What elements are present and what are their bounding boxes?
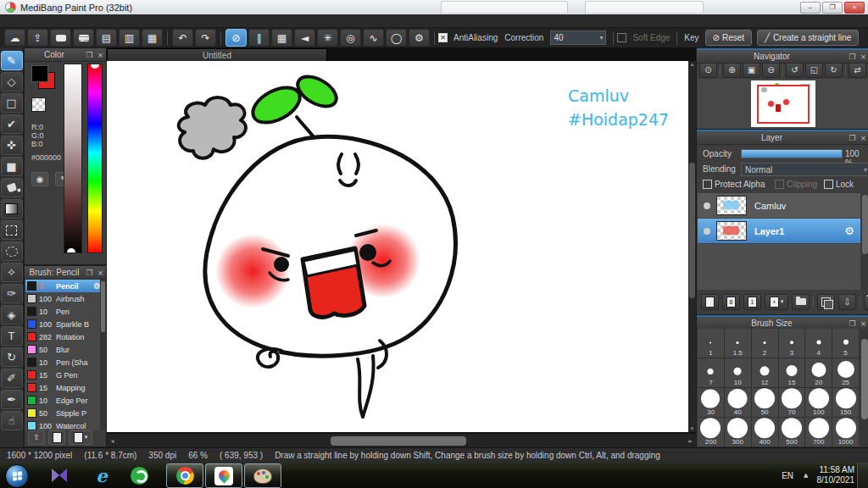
blending-dropdown[interactable]: Normal ▾ [741,163,868,176]
taskbar-medibang-button[interactable] [205,463,242,488]
snap-off-icon[interactable]: ⊘ [225,29,247,47]
popout-icon[interactable]: ❐ [847,134,858,142]
figure-tool[interactable]: □ [1,93,23,113]
brush-options-icon[interactable]: ▾ [69,430,92,445]
snap-settings-gear-icon[interactable]: ⚙ [409,29,430,47]
text-tool[interactable]: T [1,326,23,346]
move-tool[interactable]: ✜ [1,136,23,155]
show-desktop-button[interactable] [857,463,868,488]
close-icon[interactable]: × [95,269,106,277]
brush-size-cell[interactable]: 300 [725,418,752,447]
duplicate-layer-icon[interactable] [817,294,835,310]
layer-folder-icon[interactable] [792,294,810,310]
flip-view-icon[interactable]: ⇄ [849,63,866,78]
brush-size-scrollbar[interactable] [860,329,868,448]
delete-layer-icon[interactable] [864,294,868,310]
add-1bit-layer-icon[interactable]: 1 [743,294,761,310]
redo-icon[interactable]: ↷ [195,29,216,47]
protect-alpha-checkbox[interactable]: Protect Alpha [703,180,765,189]
brush-size-cell[interactable]: 50 [752,388,779,418]
transparent-color-swatch[interactable] [31,97,46,112]
brush-size-cell[interactable]: 500 [779,418,806,447]
eyedropper-tool[interactable]: ✐ [1,369,23,388]
lasso-tool[interactable] [1,241,23,261]
brush-size-cell[interactable]: 1 [698,329,725,358]
undo-icon[interactable]: ↶ [172,29,193,47]
layer-visibility-dot[interactable] [704,228,710,235]
bucket-tool[interactable] [1,178,23,197]
brush-list-item[interactable]: 15 G Pen ⚙ [25,369,102,381]
add-brush-icon[interactable]: ⇧ [28,430,45,445]
scroll-down-icon[interactable]: ▾ [688,425,696,432]
new-brush-icon[interactable] [48,430,65,445]
brush-tool[interactable]: ✎ [1,51,23,70]
eraser-tool[interactable]: ◇ [1,72,23,92]
rotate-left-icon[interactable]: ↺ [786,63,804,78]
layer-row[interactable]: Camluv ⚙ [698,193,860,219]
layer-list-scrollbar[interactable] [861,193,868,290]
popout-icon[interactable]: ❐ [84,269,95,277]
popout-icon[interactable]: ❐ [847,319,858,328]
brush-size-cell[interactable]: 5 [832,329,860,358]
close-icon[interactable]: × [95,51,106,59]
brush-size-cell[interactable]: 200 [698,418,725,447]
snap-grid-icon[interactable]: ▦ [271,29,292,47]
popout-icon[interactable]: ❐ [84,51,95,59]
layer-visibility-dot[interactable] [704,202,710,209]
rotate-right-icon[interactable]: ↻ [825,63,843,78]
brush-list-item[interactable]: 50 Stipple P ⚙ [25,407,102,419]
snap-parallel-icon[interactable]: ∥ [248,29,270,47]
comment-icon[interactable] [50,29,71,47]
navigator-thumbnail[interactable] [751,80,815,127]
reset-button[interactable]: ⊘ Reset [705,30,753,46]
brush-list-item[interactable]: 100 Airbrush ⚙ [25,292,102,305]
snap-vanishing-point-icon[interactable]: ◄ [294,29,315,47]
navigator-viewport[interactable] [757,85,810,124]
brush-size-cell[interactable]: 150 [832,388,860,418]
correction-dropdown[interactable]: 40 ▾ [550,30,606,45]
close-button[interactable]: × [844,2,865,14]
brush-size-cell[interactable]: 3 [779,329,806,358]
brush-list-item[interactable]: 10 Pen (Sha ⚙ [25,356,102,369]
gradient-tool[interactable] [1,199,23,219]
fill-rect-tool[interactable]: ■ [1,157,23,176]
brush-size-cell[interactable]: 10 [725,358,752,388]
reset-rotation-icon[interactable]: ◱ [805,63,823,78]
artwork-drawing[interactable]: Camluv #Hoidap247 [107,61,688,432]
select-tool[interactable] [1,220,23,240]
tray-expand-icon[interactable]: ▲ [804,472,808,479]
layer-row[interactable]: Layer1 ⚙ [698,219,860,244]
clock[interactable]: 11:58 AM 8/10/2021 [817,465,855,485]
taskbar-coccoc-icon[interactable] [129,465,149,485]
zoom-in-icon[interactable]: ⊕ [723,63,741,78]
brush-size-cell[interactable]: 1000 [832,418,860,447]
taskbar-ie-icon[interactable]: e [92,465,112,485]
zoom-100-icon[interactable]: ⊙ [699,63,717,78]
brush-list-item[interactable]: 50 Blur ⚙ [25,343,102,356]
brush-size-cell[interactable]: 12 [752,358,779,388]
taskbar-chrome-button[interactable] [166,463,203,488]
scrollbar-thumb[interactable] [331,436,466,446]
brush-size-cell[interactable]: 25 [832,358,860,388]
brush-size-cell[interactable]: 20 [805,358,832,388]
brush-size-cell[interactable]: 30 [698,388,725,418]
hue-bar[interactable] [87,64,103,253]
popout-icon[interactable]: ❐ [847,53,858,61]
brush-size-cell[interactable]: 1.5 [725,329,752,358]
scroll-left-icon[interactable]: ◂ [108,437,116,445]
create-straight-line-button[interactable]: ╱ Create a straight line [757,30,859,46]
canvas-horizontal-scrollbar[interactable]: ◂ ▸ [107,433,696,448]
publish-icon[interactable]: ⇪ [27,29,48,47]
canvas-vertical-scrollbar[interactable]: ▴ ▾ [688,61,696,432]
layer-settings-gear-icon[interactable]: ⚙ [844,225,860,237]
document-icon[interactable]: ▤ [96,29,117,47]
operation-tool[interactable]: ↻ [1,347,23,367]
close-icon[interactable]: × [858,134,868,142]
snap-curve-icon[interactable]: ∿ [363,29,384,47]
brush-list-scrollbar[interactable] [100,280,106,430]
magic-wand-tool[interactable]: ✧ [1,263,23,282]
start-button[interactable] [5,464,29,488]
add-8bit-layer-icon[interactable]: 8 [722,294,740,310]
snap-radial-icon[interactable]: ✳ [317,29,338,47]
foreground-color-swatch[interactable] [31,65,48,82]
